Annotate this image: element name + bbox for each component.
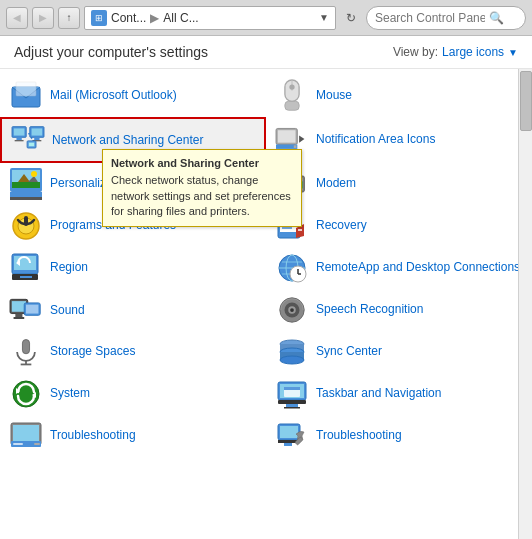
- items-grid: Mail (Microsoft Outlook) Mouse: [0, 69, 532, 463]
- power-icon: [10, 210, 42, 242]
- recovery-label: Region: [50, 260, 88, 276]
- svg-rect-17: [34, 137, 39, 140]
- svg-rect-53: [20, 276, 32, 278]
- sound-label: Speech Recognition: [316, 302, 423, 318]
- system-label: Taskbar and Navigation: [316, 386, 441, 402]
- svg-rect-97: [280, 426, 298, 438]
- search-icon: 🔍: [489, 11, 504, 25]
- svg-rect-94: [13, 443, 23, 445]
- svg-rect-95: [34, 443, 40, 445]
- personalization-icon: [10, 168, 42, 200]
- item-network[interactable]: Network and Sharing Center Network and S…: [0, 117, 266, 163]
- view-by-arrow: ▼: [508, 47, 518, 58]
- item-sync[interactable]: System: [0, 373, 266, 415]
- view-by-label: View by:: [393, 45, 438, 59]
- svg-rect-16: [32, 128, 43, 135]
- address-text: Cont... ▶ All C...: [111, 11, 199, 25]
- scrollbar[interactable]: [518, 69, 532, 539]
- modem-label: Modem: [316, 176, 356, 192]
- item-recovery[interactable]: Region: [0, 247, 266, 289]
- back-button[interactable]: ◀: [6, 7, 28, 29]
- item-remoteapp[interactable]: Sound: [0, 289, 266, 331]
- remoteapp-icon: [10, 294, 42, 326]
- system-icon: [276, 378, 308, 410]
- svg-rect-87: [286, 404, 298, 407]
- svg-rect-86: [278, 400, 306, 404]
- remoteapp-label: Sound: [50, 303, 85, 317]
- item-mail[interactable]: Mail (Microsoft Outlook): [0, 75, 266, 117]
- troubleshooting-label: Troubleshooting: [316, 428, 402, 444]
- item-mouse[interactable]: Mouse: [266, 75, 532, 117]
- troubleshooting-icon: [276, 420, 308, 452]
- scrollbar-thumb[interactable]: [520, 71, 532, 131]
- view-by-control[interactable]: View by: Large icons ▼: [393, 45, 518, 59]
- address-icon: ⊞: [91, 10, 107, 26]
- view-by-value[interactable]: Large icons: [442, 45, 504, 59]
- address-part-1: Cont...: [111, 11, 146, 25]
- programs-label: Recovery: [316, 218, 367, 234]
- svg-rect-66: [26, 305, 38, 314]
- svg-rect-22: [278, 130, 296, 142]
- page-title: Adjust your computer's settings: [14, 44, 208, 60]
- item-taskbar[interactable]: Troubleshooting: [0, 415, 266, 457]
- main-content: Adjust your computer's settings View by:…: [0, 36, 532, 539]
- recovery-icon: [10, 252, 42, 284]
- svg-point-72: [290, 308, 294, 312]
- svg-rect-4: [16, 82, 36, 96]
- network-tooltip: Network and Sharing Center Check network…: [102, 149, 302, 227]
- up-button[interactable]: ↑: [58, 7, 80, 29]
- item-notification[interactable]: Notification Area Icons: [266, 117, 532, 163]
- address-dropdown-button[interactable]: ▼: [319, 12, 329, 23]
- svg-marker-25: [299, 136, 304, 143]
- tooltip-title: Network and Sharing Center: [111, 156, 293, 171]
- item-sound[interactable]: Speech Recognition: [266, 289, 532, 331]
- taskbar-label: Troubleshooting: [50, 428, 136, 444]
- speech-icon: [10, 336, 42, 368]
- storage-icon: [276, 336, 308, 368]
- item-speech[interactable]: Storage Spaces: [0, 331, 266, 373]
- svg-rect-68: [14, 317, 25, 319]
- region-icon: [276, 252, 308, 284]
- item-modem[interactable]: Modem: [266, 163, 532, 205]
- svg-point-31: [31, 171, 37, 177]
- mail-label: Mail (Microsoft Outlook): [50, 88, 177, 104]
- svg-rect-67: [15, 314, 22, 318]
- forward-button[interactable]: ▶: [32, 7, 54, 29]
- address-bar[interactable]: ⊞ Cont... ▶ All C... ▼: [84, 6, 336, 30]
- mail-icon: [10, 80, 42, 112]
- search-input[interactable]: [375, 11, 485, 25]
- network-label: Network and Sharing Center: [52, 133, 203, 147]
- mouse-icon: [276, 80, 308, 112]
- svg-rect-73: [22, 340, 29, 354]
- search-box[interactable]: 🔍: [366, 6, 526, 30]
- svg-rect-99: [284, 443, 292, 446]
- item-troubleshooting[interactable]: Troubleshooting: [266, 415, 532, 457]
- svg-rect-90: [284, 387, 300, 390]
- speech-label: Storage Spaces: [50, 344, 135, 360]
- taskbar-icon: [10, 420, 42, 452]
- title-bar: ◀ ▶ ↑ ⊞ Cont... ▶ All C... ▼ ↻ 🔍: [0, 0, 532, 36]
- sync-label: System: [50, 386, 90, 402]
- svg-rect-88: [284, 407, 300, 409]
- svg-rect-24: [294, 145, 297, 148]
- refresh-button[interactable]: ↻: [340, 7, 362, 29]
- svg-rect-32: [10, 192, 42, 197]
- address-sep-1: ▶: [150, 11, 159, 25]
- item-programs[interactable]: Recovery: [266, 205, 532, 247]
- svg-rect-10: [14, 128, 25, 135]
- svg-point-7: [289, 84, 294, 89]
- svg-rect-11: [16, 137, 21, 140]
- item-storage[interactable]: Sync Center: [266, 331, 532, 373]
- sound-icon: [276, 294, 308, 326]
- svg-rect-12: [15, 140, 24, 141]
- top-bar: Adjust your computer's settings View by:…: [0, 36, 532, 69]
- network-icon: [12, 124, 44, 156]
- item-system[interactable]: Taskbar and Navigation: [266, 373, 532, 415]
- storage-label: Sync Center: [316, 344, 382, 360]
- region-label: RemoteApp and Desktop Connections: [316, 260, 520, 276]
- svg-point-80: [280, 356, 304, 364]
- svg-rect-28: [12, 182, 40, 188]
- mouse-label: Mouse: [316, 88, 352, 104]
- item-region[interactable]: RemoteApp and Desktop Connections: [266, 247, 532, 289]
- svg-rect-92: [13, 425, 39, 441]
